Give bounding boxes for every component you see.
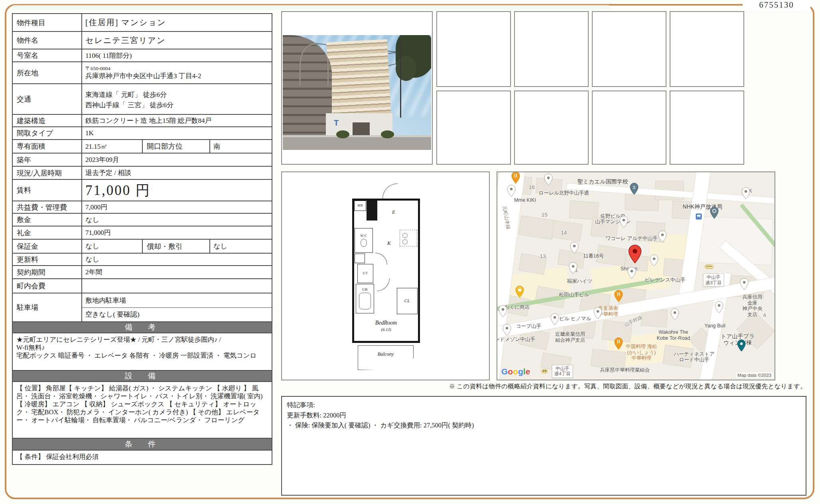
table-row: 現況/入居時期退去予定 / 相談 (13, 167, 272, 180)
postal-code: 〒650-0004 (85, 65, 201, 72)
burner-icon (402, 239, 408, 244)
map-label: グランドメゾン中山手 (497, 336, 535, 342)
map-label: Yang Buil (704, 323, 725, 329)
row-label: 交通 (13, 84, 82, 114)
photo-placeholder-5 (436, 91, 511, 165)
map-pin-slate (710, 207, 719, 219)
map-pin-gen (741, 187, 750, 199)
map-label: おくに商店 (505, 304, 530, 310)
map-pin-gen (503, 324, 511, 336)
row-value: [住居用] マンション (82, 14, 272, 31)
map-label: 中国料理 海松 (かいしょう) 中華料理 (626, 344, 657, 361)
table-row: 【 位置】 角部屋【 キッチン】 給湯器( ガス) ・ システムキッチン 【 水… (13, 382, 272, 439)
svg-text:文: 文 (632, 185, 636, 189)
bathroom: UB (356, 284, 374, 313)
map-label: 13 (540, 253, 546, 260)
row-value: 東海道線「 元町」 徒歩6分西神山手線「 三宮」 徒歩6分 (82, 84, 272, 114)
row-value-2: なし (210, 240, 272, 253)
table-row: 更新料なし (13, 254, 272, 266)
building-photo-box: T (281, 11, 433, 165)
map-label: ワコーレ アルテ中山手 (605, 236, 657, 241)
table-row: 賃料71,000 円 (13, 180, 272, 201)
table-row: 敷金なし (13, 214, 272, 226)
section-header-row: 条 件 (13, 439, 272, 451)
map-pin-gen (619, 216, 628, 228)
row-label: 礼金 (13, 226, 82, 239)
map-pin-shop (515, 285, 524, 298)
map-pin-gen (740, 278, 749, 290)
table-row: 物件種目[住居用] マンション (13, 14, 272, 32)
section-header-row: 設 備 (13, 371, 272, 382)
row-value (82, 279, 272, 293)
map-label: 聖ミカエル国際学校 (577, 178, 628, 185)
row-label: 間取タイプ (13, 127, 82, 139)
row-value: 2年間 (82, 266, 272, 278)
row-value: 71,000 円 (82, 180, 272, 201)
photo-placeholder-4 (670, 11, 744, 87)
row-label: 現況/入居時期 (13, 167, 82, 179)
section-header: 備 考 (13, 322, 272, 333)
table-row: 【 条件】 保証会社利用必須 (13, 451, 272, 464)
row-label-2: 償却・敷引 (143, 240, 210, 253)
table-row: 契約期間2年間 (13, 266, 272, 279)
map-label: 山手幹線 (623, 315, 643, 328)
row-label-2: 開口部方位 (143, 140, 210, 153)
map-pin-food (614, 337, 623, 350)
traffic-light-icon (705, 264, 714, 269)
row-label: 駐車場 (13, 293, 82, 321)
special-notes-box: 特記事項: 更新手数料: 22000円 ・ 保険: 保険要加入( 要確認) ・ … (281, 396, 806, 496)
table-row: 駐車場敷地内駐車場空きなし( 要確認) (13, 293, 272, 322)
map-label: 15 (542, 212, 548, 218)
row-label: 更新料 (13, 254, 82, 265)
map-pin-food (614, 290, 623, 302)
map-pin-school: 文 (630, 183, 639, 195)
section-body: ★元町エリアにセレニテシリーズ登場★ / 元町・三ノ宮駅徒歩圏内♪ /W-fi無… (13, 333, 272, 370)
building-photo: T (283, 35, 431, 150)
map-pin-gen (627, 267, 636, 279)
row-value: 敷地内駐車場空きなし( 要確認) (82, 293, 272, 321)
map-pin-gen (650, 254, 658, 267)
utility-room: UT (357, 264, 373, 283)
map-label: 4 (763, 312, 766, 319)
table-row: 礼金71,000円 (13, 226, 272, 240)
section-body: 【 条件】 保証会社利用必須 (13, 451, 272, 464)
table-row: 間取タイプ1K (13, 127, 272, 140)
table-row: 専有面積21.15㎡開口部方位南 (13, 140, 272, 154)
map-label: 14 (561, 230, 567, 236)
row-label: 共益費・管理費 (13, 201, 82, 213)
stove-area (400, 230, 417, 246)
section-body: 【 位置】 角部屋【 キッチン】 給湯器( ガス) ・ システムキッチン 【 水… (13, 382, 272, 438)
bus-stop-icon (541, 369, 548, 374)
map-label: 中山手 通3丁目 (703, 274, 724, 286)
special-notes-line: 更新手数料: 22000円 (287, 410, 801, 421)
map-label: 福家ハイツ (567, 278, 592, 284)
table-row: ★元町エリアにセレニテシリーズ登場★ / 元町・三ノ宮駅徒歩圏内♪ /W-fi無… (13, 333, 272, 371)
photo-placeholder-6 (514, 91, 589, 165)
toilet-icon (361, 239, 367, 247)
map-label: コープ山手 (516, 323, 541, 329)
kitchen-label: K (387, 240, 391, 246)
row-label: 賃料 (13, 180, 82, 201)
photo-placeholder-8 (670, 91, 744, 165)
map-pin-gen (550, 313, 559, 325)
map-pin-gen (570, 242, 579, 254)
map-label: ローレル北野中山手通 (539, 190, 589, 196)
special-notes-line: 特記事項: (287, 400, 801, 410)
document-number: 6755130 (743, 0, 810, 10)
table-row: 物件名セレニテ三宮リアン (13, 32, 272, 49)
row-label: 物件名 (13, 32, 82, 49)
map-label: ピレデンス中山手 (645, 277, 685, 283)
toilet-room: W/C (355, 228, 373, 253)
section-header-row: 備 考 (13, 322, 272, 333)
disclaimer-note: ※ この資料は物件の概略紹介資料になります。写真、間取図面、設備、概要などが現況… (279, 382, 806, 391)
map-pin-teal (737, 339, 746, 352)
address: 兵庫県神戸市中央区中山手通3 丁目4-2 (85, 72, 201, 80)
table-row: 共益費・管理費7,000円 (13, 201, 272, 214)
bedroom-label: BedRoom(6.1J) (352, 320, 420, 333)
mb-box: MB (354, 201, 366, 211)
map-label: 11番16号 (583, 253, 604, 258)
metro-station-icon (696, 214, 702, 220)
map-pin-red-property-location (628, 244, 642, 264)
row-value: 2023年09月 (82, 154, 272, 166)
row-label: 保証金 (13, 240, 82, 253)
